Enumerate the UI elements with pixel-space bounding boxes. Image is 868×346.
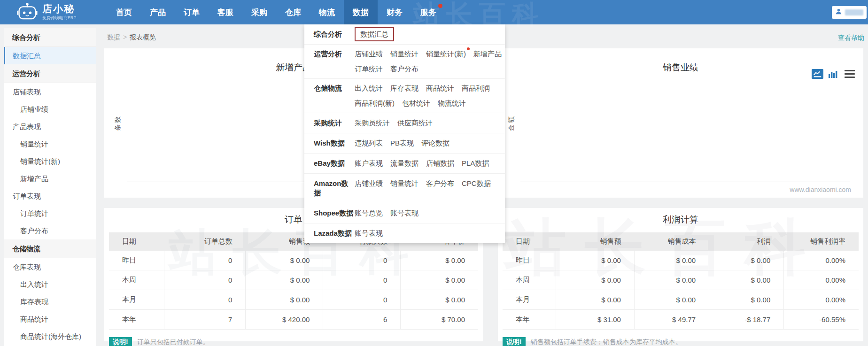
nav-item-orders[interactable]: 订单 [175,0,209,24]
sidebar-group-product-performance[interactable]: 产品表现 [4,118,96,135]
dropdown-item[interactable]: 账号总览 [355,208,383,218]
cell: $ 0.00 [556,290,635,310]
cell: $ 0.00 [709,270,784,290]
sidebar-group-shop-performance[interactable]: 店铺表现 [4,83,96,100]
nav-item-data[interactable]: 数据 [344,0,378,24]
sidebar-item-inout-stats[interactable]: 出入统计 [4,276,96,293]
nav-item-logistics[interactable]: 物流 [310,0,344,24]
dropdown-item-data-summary-highlighted[interactable]: 数据汇总 [355,27,394,41]
dropdown-item[interactable]: 商品利润 [462,84,490,93]
dropdown-item[interactable]: 商品利润(新) [355,99,395,108]
dropdown-item[interactable]: CPC数据 [462,179,491,188]
sidebar-item-sales-stats[interactable]: 销量统计 [4,135,96,153]
table-row: 本年 7 $ 420.00 6 $ 70.00 [109,310,478,330]
table-note: 说明! 销售额包括订单手续费；销售成本为库存平均成本。 [503,337,863,346]
row-label: 本周 [109,270,164,290]
breadcrumb-section[interactable]: 数据 [107,33,120,41]
profit-table-title: 利润计算 [498,214,863,226]
nav-item-purchasing[interactable]: 采购 [242,0,276,24]
chart-toolbar [812,69,855,79]
table-row: 本年 $ 31.00 $ 49.77 -$ 18.77 -60.55% [503,310,859,330]
dropdown-item[interactable]: PB表现 [390,138,414,148]
dropdown-item[interactable]: 违规列表 [355,138,383,148]
nav-item-service-desk[interactable]: 客服 [209,0,242,24]
sidebar-group-warehouse-performance[interactable]: 仓库表现 [4,258,96,276]
dropdown-row-ebay: eBay数据 账户表现 流量数据 店铺数据 PLA数据 [304,154,505,174]
dropdown-item[interactable]: 销量统计 [390,179,418,188]
bar-chart-icon[interactable] [828,69,837,79]
row-label: 本周 [503,270,556,290]
sidebar-item-goods-stats[interactable]: 商品统计 [4,310,96,328]
note-text: 订单只包括已付款订单。 [137,338,209,346]
sidebar-item-goods-stats-overseas[interactable]: 商品统计(海外仓库) [4,328,96,345]
sidebar-item-customer-distribution[interactable]: 客户分布 [4,222,96,239]
dropdown-category: 综合分析 [314,30,355,39]
dropdown-item[interactable]: 订单统计 [355,64,383,74]
app-logo[interactable]: 店小秘 免费跨境电商ERP [17,0,92,24]
col-header-sales-cost: 销售成本 [634,232,709,251]
sidebar-item-order-stats[interactable]: 订单统计 [4,205,96,222]
dropdown-item[interactable]: 账号表现 [390,208,418,218]
nav-item-products[interactable]: 产品 [141,0,175,24]
nav-item-warehouse[interactable]: 仓库 [276,0,310,24]
robot-logo-icon [17,2,38,23]
sidebar-section-comprehensive-analysis: 综合分析 [4,28,96,47]
dropdown-item[interactable]: 账号表现 [355,229,383,238]
cell: $ 0.00 [401,270,478,290]
cell-negative: -$ 18.77 [709,310,784,330]
dropdown-item[interactable]: 客户分布 [426,179,454,188]
dropdown-item[interactable]: 流量数据 [390,159,418,168]
dropdown-item[interactable]: 出入统计 [355,84,383,93]
dropdown-item[interactable]: 包材统计 [402,99,430,108]
dropdown-item[interactable]: 新增产品 [473,49,502,59]
sidebar-group-order-performance[interactable]: 订单表现 [4,187,96,205]
dropdown-item[interactable]: 评论数据 [421,138,450,148]
dropdown-item[interactable]: 商品统计 [426,84,454,93]
menu-icon[interactable] [845,70,855,78]
nav-item-finance[interactable]: 财务 [378,0,411,24]
row-label: 昨日 [109,251,164,270]
y-axis-label: 金额 [507,115,516,131]
sidebar-item-inventory-performance[interactable]: 库存表现 [4,293,96,310]
dropdown-item[interactable]: 店铺业绩 [355,179,383,188]
dropdown-category: Lazada数据 [314,229,355,238]
sidebar-section-warehouse-logistics: 仓储物流 [4,239,96,258]
sidebar-item-data-summary[interactable]: 数据汇总 [4,47,96,64]
y-axis-label: 条数 [114,115,122,131]
dropdown-category: Shopee数据 [314,208,355,218]
dropdown-item[interactable]: 库存表现 [390,84,418,93]
col-header-date: 日期 [503,232,556,251]
dropdown-item[interactable]: 供应商统计 [397,118,433,128]
dropdown-row-lazada: Lazada数据 账号表现 [304,223,505,243]
user-account[interactable] [832,6,867,19]
table-row: 本周 0 $ 0.00 0 $ 0.00 [109,270,478,290]
view-help-link[interactable]: 查看帮助 [838,34,864,42]
sidebar-item-shop-results[interactable]: 店铺业绩 [4,100,96,118]
cell: 0 [323,251,401,270]
dropdown-item[interactable]: 物流统计 [438,99,466,108]
sidebar-section-operations-analysis: 运营分析 [4,64,96,83]
line-chart-icon[interactable] [812,69,823,79]
dropdown-item-with-dot[interactable]: 销量统计(新) [426,49,466,59]
cell: $ 0.00 [709,290,784,310]
cell: $ 0.00 [634,270,709,290]
dropdown-item[interactable]: 采购员统计 [355,118,390,128]
nav-item-services[interactable]: 服务 [411,0,445,24]
col-header-profit-margin: 销售利润率 [784,232,859,251]
dropdown-item[interactable]: 客户分布 [390,64,418,74]
table-header-row: 日期 销售额 销售成本 利润 销售利润率 [503,232,859,251]
dropdown-item[interactable]: 账户表现 [355,159,383,168]
note-badge: 说明! [109,337,132,346]
sidebar: 综合分析 数据汇总 运营分析 店铺表现 店铺业绩 产品表现 销量统计 销量统计(… [4,28,96,346]
dropdown-item[interactable]: 销量统计 [390,49,418,59]
cell: $ 0.00 [246,270,323,290]
dropdown-item[interactable]: 店铺数据 [426,159,454,168]
dropdown-item[interactable]: 店铺业绩 [355,49,383,59]
sidebar-item-new-products[interactable]: 新增产品 [4,170,96,187]
nav-item-home[interactable]: 首页 [107,0,141,24]
cell: $ 0.00 [401,290,478,310]
cell: 0 [164,251,246,270]
sidebar-item-sales-stats-new[interactable]: 销量统计(新) [4,153,96,170]
dropdown-item[interactable]: PLA数据 [462,159,489,168]
table-row: 本月 $ 0.00 $ 0.00 $ 0.00 0.00% [503,290,859,310]
